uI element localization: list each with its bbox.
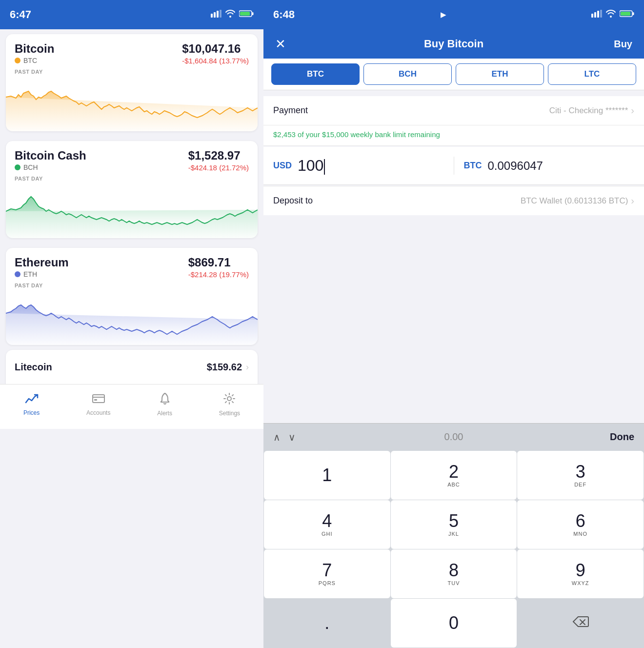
svg-rect-7 bbox=[93, 395, 104, 403]
content-left: Bitcoin BTC $10,047.16 -$1,604.84 (13.77… bbox=[0, 29, 263, 648]
tab-ltc[interactable]: LTC bbox=[548, 63, 636, 85]
key-7-sub: PQRS bbox=[319, 580, 336, 586]
key-7[interactable]: 7 PQRS bbox=[264, 549, 390, 598]
bch-name: Bitcoin Cash bbox=[15, 149, 86, 162]
buy-button[interactable]: Buy bbox=[603, 39, 632, 50]
nav-settings[interactable]: Settings bbox=[219, 392, 240, 417]
arrow-down[interactable]: ∨ bbox=[288, 431, 296, 443]
bch-dot bbox=[15, 164, 20, 170]
nav-alerts[interactable]: Alerts bbox=[157, 392, 172, 417]
key-5-main: 5 bbox=[449, 512, 459, 530]
btc-change: -$1,604.84 (13.77%) bbox=[182, 57, 249, 65]
key-9[interactable]: 9 WXYZ bbox=[517, 549, 644, 598]
key-2-main: 2 bbox=[449, 463, 459, 481]
amount-row: USD 100 BTC 0.0096047 bbox=[263, 147, 644, 185]
tab-btc[interactable]: BTC bbox=[271, 63, 360, 85]
status-bar-right: 6:48 ▶ bbox=[263, 0, 644, 29]
svg-rect-14 bbox=[600, 10, 602, 18]
status-icons-left bbox=[211, 10, 254, 20]
crypto-tab-bar: BTC BCH ETH LTC bbox=[263, 59, 644, 90]
key-4-main: 4 bbox=[322, 512, 332, 530]
svg-rect-13 bbox=[597, 11, 599, 18]
bch-past-day: PAST DAY bbox=[6, 176, 258, 184]
key-3-main: 3 bbox=[576, 463, 585, 481]
keyboard-toolbar: ∧ ∨ 0.00 Done bbox=[263, 423, 644, 450]
prices-icon bbox=[25, 393, 39, 407]
deposit-label: Deposit to bbox=[273, 196, 313, 206]
eth-change: -$214.28 (19.77%) bbox=[188, 270, 249, 279]
eth-name: Ethereum bbox=[15, 256, 69, 269]
signal-icon-right bbox=[591, 10, 602, 20]
ltc-price: $159.62 bbox=[207, 362, 242, 373]
nav-prices[interactable]: Prices bbox=[23, 393, 40, 416]
key-5[interactable]: 5 JKL bbox=[391, 500, 517, 549]
keyboard-grid: 1 2 ABC 3 DEF 4 GHI 5 JKL 6 MNO 7 PQRS 8 bbox=[263, 450, 644, 648]
tab-eth[interactable]: ETH bbox=[456, 63, 544, 85]
svg-rect-17 bbox=[621, 12, 630, 16]
key-8-sub: TUV bbox=[447, 580, 460, 586]
bch-price: $1,528.97 bbox=[188, 149, 249, 162]
close-button[interactable]: ✕ bbox=[275, 37, 304, 52]
key-dot[interactable]: . bbox=[264, 599, 390, 648]
key-8[interactable]: 8 TUV bbox=[391, 549, 517, 598]
nav-accounts-label: Accounts bbox=[86, 409, 110, 416]
key-9-main: 9 bbox=[576, 562, 585, 579]
bitcoin-cash-card[interactable]: Bitcoin Cash BCH $1,528.97 -$424.18 (21.… bbox=[6, 141, 258, 238]
battery-icon-right bbox=[620, 10, 634, 20]
bottom-nav: Prices Accounts bbox=[0, 384, 263, 429]
key-7-main: 7 bbox=[322, 562, 332, 579]
key-2[interactable]: 2 ABC bbox=[391, 451, 517, 500]
bch-change: -$424.18 (21.72%) bbox=[188, 163, 249, 172]
arrow-up[interactable]: ∧ bbox=[273, 431, 281, 443]
payment-chevron: › bbox=[631, 105, 634, 116]
ltc-name: Litecoin bbox=[15, 362, 52, 373]
key-4-sub: GHI bbox=[322, 531, 333, 537]
keyboard-current-value: 0.00 bbox=[444, 431, 463, 443]
key-3-sub: DEF bbox=[574, 482, 586, 487]
keyboard-done-button[interactable]: Done bbox=[610, 431, 634, 443]
nav-alerts-label: Alerts bbox=[157, 410, 172, 417]
bitcoin-card[interactable]: Bitcoin BTC $10,047.16 -$1,604.84 (13.77… bbox=[6, 34, 258, 131]
left-panel: 6:47 bbox=[0, 0, 263, 648]
status-bar-left: 6:47 bbox=[0, 0, 263, 29]
btc-ticker: BTC bbox=[23, 57, 37, 64]
eth-dot bbox=[15, 271, 20, 277]
btc-chart bbox=[6, 78, 258, 131]
key-0[interactable]: 0 bbox=[391, 599, 517, 648]
time-right: 6:48 bbox=[273, 8, 295, 21]
key-3[interactable]: 3 DEF bbox=[517, 451, 644, 500]
tab-bch[interactable]: BCH bbox=[363, 63, 452, 85]
svg-point-10 bbox=[227, 397, 231, 401]
wifi-icon-right bbox=[606, 10, 616, 20]
key-dot-main: . bbox=[324, 614, 329, 632]
svg-rect-1 bbox=[214, 12, 216, 18]
payment-label: Payment bbox=[273, 105, 308, 116]
eth-chart bbox=[6, 291, 258, 345]
btc-dot bbox=[15, 58, 20, 63]
svg-rect-12 bbox=[594, 12, 596, 18]
key-9-sub: WXYZ bbox=[572, 580, 589, 586]
key-4[interactable]: 4 GHI bbox=[264, 500, 390, 549]
deposit-value-row: BTC Wallet (0.6013136 BTC) › bbox=[521, 195, 634, 206]
location-icon-right: ▶ bbox=[441, 11, 446, 19]
deposit-value: BTC Wallet (0.6013136 BTC) bbox=[521, 196, 628, 206]
key-1[interactable]: 1 bbox=[264, 451, 390, 500]
litecoin-card-partial[interactable]: Litecoin $159.62 › bbox=[6, 350, 258, 384]
payment-value-row[interactable]: Citi - Checking ******* › bbox=[549, 105, 634, 116]
bitcoin-name: Bitcoin bbox=[15, 42, 54, 56]
btc-label: BTC bbox=[464, 161, 482, 171]
nav-accounts[interactable]: Accounts bbox=[86, 393, 110, 416]
signal-icon bbox=[211, 10, 221, 20]
key-6[interactable]: 6 MNO bbox=[517, 500, 644, 549]
key-backspace[interactable] bbox=[517, 599, 644, 648]
usd-label: USD bbox=[273, 161, 292, 171]
key-5-sub: JKL bbox=[448, 531, 459, 537]
svg-rect-9 bbox=[94, 399, 97, 401]
deposit-row[interactable]: Deposit to BTC Wallet (0.6013136 BTC) › bbox=[263, 186, 644, 215]
svg-rect-16 bbox=[632, 12, 634, 15]
btc-past-day: PAST DAY bbox=[6, 69, 258, 78]
btc-price: $10,047.16 bbox=[182, 42, 249, 56]
accounts-icon bbox=[92, 393, 105, 407]
ethereum-card[interactable]: Ethereum ETH $869.71 -$214.28 (19.77%) P… bbox=[6, 248, 258, 345]
usd-value: 100 bbox=[298, 157, 325, 175]
